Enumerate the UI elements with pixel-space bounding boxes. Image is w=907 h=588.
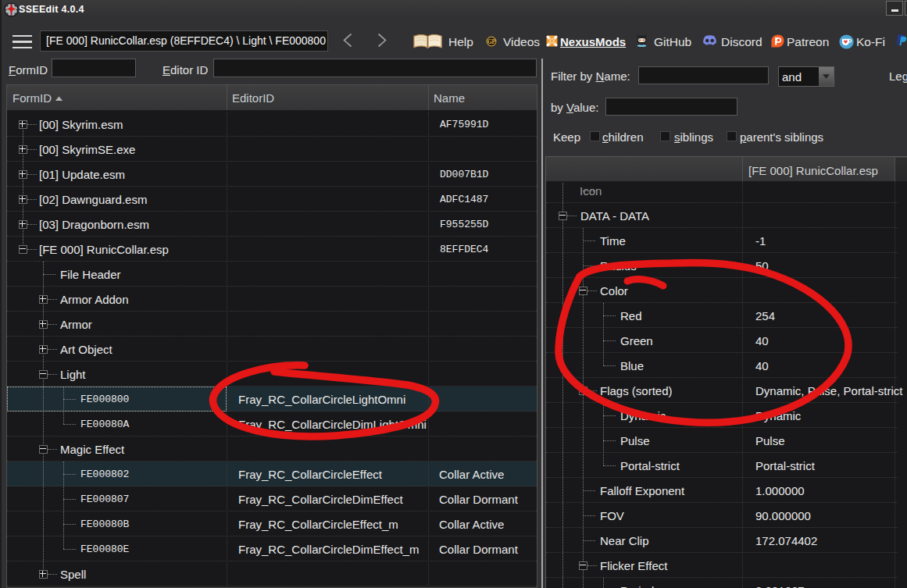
svg-text:GP: GP xyxy=(487,38,496,45)
